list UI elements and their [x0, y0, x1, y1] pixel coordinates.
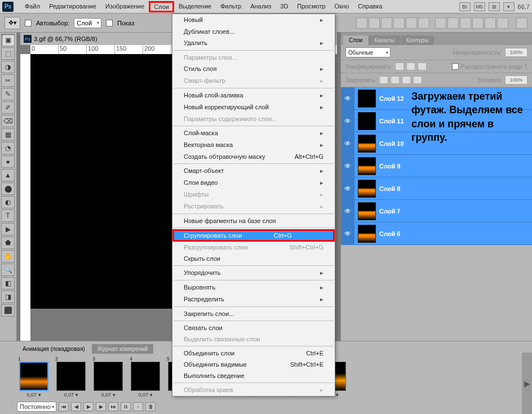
menu-слои[interactable]: Слои [149, 1, 174, 12]
frame[interactable]: 20,07 ▾ [54, 356, 88, 398]
first-frame-button[interactable]: ⏮ [59, 402, 69, 411]
tool-11[interactable]: ⬤ [1, 182, 15, 195]
align-icon[interactable] [447, 17, 459, 29]
tween-button[interactable]: ⧉ [121, 402, 131, 411]
autoselect-target[interactable]: Слой [74, 18, 101, 28]
loop-select[interactable]: Постоянно [17, 402, 56, 412]
unify-icon[interactable] [418, 63, 427, 70]
align-icon[interactable] [485, 17, 496, 29]
tool-5[interactable]: ✐ [1, 101, 15, 114]
align-icon[interactable] [356, 17, 367, 29]
layer-row[interactable]: 👁Слой 8 [341, 177, 532, 200]
bridge-button[interactable]: Br [459, 2, 471, 11]
opacity-input[interactable]: 100% [505, 48, 527, 57]
visibility-icon[interactable]: 👁 [341, 155, 354, 177]
prev-frame-button[interactable]: ◀ [71, 402, 81, 411]
next-frame-button[interactable]: ▶ [96, 402, 106, 411]
menu-окно[interactable]: Окно [330, 1, 354, 12]
menu-выделение[interactable]: Выделение [174, 1, 216, 12]
fill-input[interactable]: 100% [505, 75, 527, 84]
align-icon[interactable] [418, 17, 429, 29]
tool-0[interactable]: ▣ [1, 34, 15, 46]
menuitem[interactable]: Векторная маска [172, 139, 335, 151]
menu-изображение[interactable]: Изображение [101, 1, 149, 12]
screen-mode-icon[interactable]: ⊞ [489, 2, 500, 11]
tool-9[interactable]: ● [1, 155, 15, 168]
3d-icon[interactable] [516, 17, 527, 29]
scroll-right-button[interactable]: ▶ [522, 353, 532, 414]
new-frame-button[interactable]: ▫ [133, 402, 143, 411]
lock-icon[interactable] [402, 76, 411, 84]
tool-2[interactable]: ◑ [1, 61, 15, 73]
align-icon[interactable] [460, 17, 471, 29]
menuitem[interactable]: Скрыть слои [172, 253, 335, 264]
play-button[interactable]: ▶ [83, 402, 94, 411]
align-icon[interactable] [381, 17, 392, 29]
arrange-icon[interactable]: ▾ [503, 2, 515, 11]
autoselect-checkbox[interactable] [25, 20, 32, 26]
menuitem[interactable]: Создать обтравочную маскуAlt+Ctrl+G [172, 151, 335, 162]
align-icon[interactable] [472, 17, 484, 29]
menuitem[interactable]: Выполнить сведение [172, 370, 335, 381]
unify-icon[interactable] [406, 63, 415, 70]
align-icon[interactable] [497, 17, 508, 29]
tool-3[interactable]: ✂ [1, 74, 15, 87]
menuitem[interactable]: Слой-маска [172, 127, 335, 139]
tool-8[interactable]: ◔ [1, 142, 15, 154]
panel-tab[interactable]: Слои [343, 35, 368, 45]
menuitem[interactable]: Слои видео [172, 177, 335, 189]
panel-tab[interactable]: Контуры [401, 35, 434, 45]
menuitem[interactable]: Связать слои [172, 322, 335, 333]
tool-14[interactable]: ▶ [1, 223, 15, 235]
tool-1[interactable]: ⬚ [1, 47, 15, 60]
menuitem[interactable]: Дубликат слоев... [172, 26, 335, 37]
align-icon[interactable] [435, 17, 446, 29]
menuitem[interactable]: Новый [172, 14, 335, 26]
menu-фильтр[interactable]: Фильтр [216, 1, 246, 12]
move-tool-icon[interactable]: ✥▾ [5, 17, 20, 29]
menuitem[interactable]: Новые фрагменты на базе слоя [172, 215, 335, 226]
propagate-checkbox[interactable] [452, 63, 459, 70]
menuitem[interactable]: Стиль слоя [172, 63, 335, 75]
tool-19[interactable]: ◨ [1, 291, 15, 303]
menuitem[interactable]: Смарт-объект [172, 165, 335, 177]
visibility-icon[interactable]: 👁 [341, 200, 354, 222]
tool-18[interactable]: ◧ [1, 277, 15, 290]
visibility-icon[interactable]: 👁 [341, 222, 354, 245]
visibility-icon[interactable]: 👁 [341, 132, 354, 155]
frame[interactable]: 10,07 ▾ [17, 356, 51, 398]
tool-20[interactable]: ⬛ [1, 304, 15, 317]
menuitem[interactable]: Упорядочить [172, 267, 335, 279]
menuitem[interactable]: Выровнять [172, 282, 335, 293]
menuitem[interactable]: Объединить видимыеShift+Ctrl+E [172, 359, 335, 370]
layer-row[interactable]: 👁Слой 7 [341, 200, 532, 222]
menu-справка[interactable]: Справка [353, 1, 387, 12]
layer-row[interactable]: 👁Слой 6 [341, 222, 532, 245]
menuitem[interactable]: Новый слой-заливка [172, 90, 335, 101]
visibility-icon[interactable]: 👁 [341, 87, 354, 110]
delete-frame-button[interactable]: 🗑 [145, 402, 156, 411]
panel-tab[interactable]: Каналы [369, 35, 400, 45]
lock-icon[interactable] [413, 76, 422, 84]
tab-animation[interactable]: Анимация (покадровая) [17, 344, 91, 354]
menu-редактирование[interactable]: Редактирование [45, 1, 101, 12]
show-transform-checkbox[interactable] [106, 20, 113, 26]
mb-button[interactable]: Mb [474, 2, 485, 11]
menu-3d[interactable]: 3D [276, 1, 292, 12]
frame[interactable]: 30,07 ▾ [91, 356, 125, 398]
menuitem[interactable]: Сгруппировать слоиCtrl+G [172, 229, 335, 242]
align-icon[interactable] [369, 17, 380, 29]
align-icon[interactable] [393, 17, 405, 29]
visibility-icon[interactable]: 👁 [341, 177, 354, 200]
lock-icon[interactable] [379, 76, 388, 84]
tool-10[interactable]: ▲ [1, 169, 15, 181]
menuitem[interactable]: Распределить [172, 293, 335, 305]
menuitem[interactable]: Закрепить слои... [172, 308, 335, 319]
canvas[interactable] [30, 54, 183, 309]
last-frame-button[interactable]: ⏭ [108, 402, 118, 411]
tool-6[interactable]: ⌫ [1, 115, 15, 127]
menuitem[interactable]: Удалить [172, 37, 335, 49]
align-icon[interactable] [406, 17, 417, 29]
tool-17[interactable]: 🔍 [1, 264, 15, 276]
tool-4[interactable]: ✎ [1, 88, 15, 100]
